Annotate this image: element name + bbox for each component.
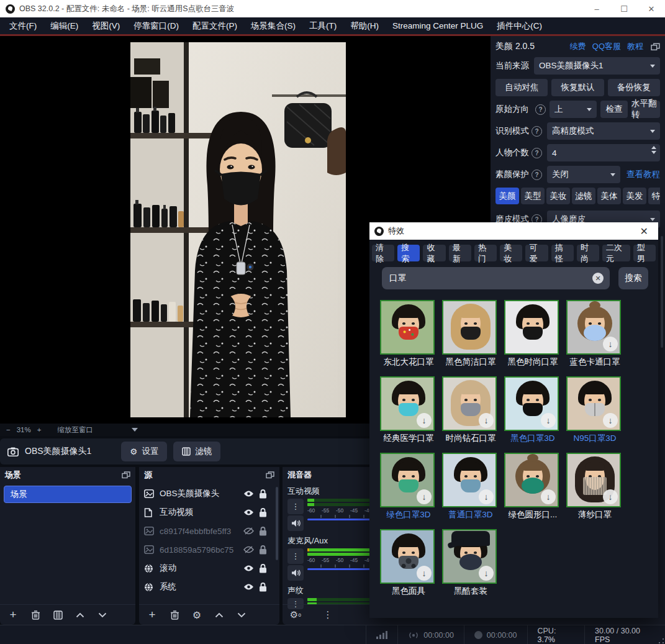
effects-search-input[interactable]: 口罩 ✕ xyxy=(382,267,610,289)
source-down-button[interactable] xyxy=(236,609,247,620)
effect-item[interactable]: 东北大花口罩 xyxy=(380,300,437,368)
maximize-button[interactable]: ☐ xyxy=(610,0,638,17)
menu-item[interactable]: 停靠窗口(D) xyxy=(127,17,186,34)
beauty-scrollbar[interactable] xyxy=(661,236,663,348)
view-tutorial-link[interactable]: 查看教程 xyxy=(627,169,660,180)
mixer-menu-button[interactable]: ⋮ xyxy=(322,609,333,620)
beauty-tab-美型[interactable]: 美型 xyxy=(521,188,545,204)
visibility-eye-icon[interactable] xyxy=(243,565,254,572)
person-count-stepper[interactable]: 4 xyxy=(547,144,660,161)
source-up-button[interactable] xyxy=(214,609,225,620)
clear-search-icon[interactable]: ✕ xyxy=(592,273,604,284)
effects-tab-时尚[interactable]: 时尚 xyxy=(577,245,599,261)
lock-icon[interactable] xyxy=(259,489,269,499)
renew-link[interactable]: 续费 xyxy=(570,41,586,52)
effect-item[interactable]: ↓黑色面具 xyxy=(380,529,437,597)
effects-tab-型男[interactable]: 型男 xyxy=(633,245,656,261)
add-source-button[interactable]: + xyxy=(147,609,158,620)
advanced-audio-button[interactable]: ⚙o xyxy=(290,609,301,620)
help-icon[interactable]: ? xyxy=(535,104,546,115)
effects-search-button[interactable]: 搜索 xyxy=(618,267,648,289)
source-row[interactable]: 滚动 xyxy=(139,559,274,578)
source-row[interactable]: c8917f4ebbfbfe5ff3 xyxy=(139,522,274,540)
beauty-tab-美妆[interactable]: 美妆 xyxy=(546,188,570,204)
scene-up-button[interactable] xyxy=(75,609,86,620)
effect-item[interactable]: ↓黑色口罩3D xyxy=(504,376,561,444)
close-button[interactable]: ✕ xyxy=(638,0,665,17)
visibility-eye-off-icon[interactable] xyxy=(243,546,254,553)
autofocus-button[interactable]: 自动对焦 xyxy=(495,79,548,96)
effect-item[interactable]: ↓N95口罩3D xyxy=(566,376,623,444)
lock-icon[interactable] xyxy=(259,508,269,517)
menu-item[interactable]: 插件中心(C) xyxy=(490,17,549,34)
source-properties-button[interactable]: ⚙ xyxy=(191,609,202,620)
menu-item[interactable]: 文件(F) xyxy=(2,17,43,34)
help-icon[interactable]: ? xyxy=(532,170,542,180)
scene-filters-button[interactable] xyxy=(52,609,63,620)
zoom-out-button[interactable]: − xyxy=(6,426,11,433)
effect-item[interactable]: ↓经典医学口罩 xyxy=(380,376,437,444)
zoom-in-button[interactable]: + xyxy=(37,426,42,433)
effects-tab-二次元[interactable]: 二次元 xyxy=(602,245,630,261)
menu-item[interactable]: 视图(V) xyxy=(85,17,127,34)
download-icon[interactable]: ↓ xyxy=(479,489,494,504)
menu-item[interactable]: 工具(T) xyxy=(302,17,343,34)
camera-settings-button[interactable]: ⚙ 设置 xyxy=(121,442,167,461)
popout-icon[interactable] xyxy=(651,43,660,51)
download-icon[interactable]: ↓ xyxy=(479,413,494,428)
bareface-protect-select[interactable]: 关闭 xyxy=(547,166,620,183)
menu-item[interactable]: 帮助(H) xyxy=(343,17,386,34)
lock-icon[interactable] xyxy=(259,564,269,573)
source-row[interactable]: 系统 xyxy=(139,578,274,596)
current-source-select[interactable]: OBS美颜摄像头1 xyxy=(534,57,660,75)
lock-icon[interactable] xyxy=(259,583,269,592)
visibility-eye-icon[interactable] xyxy=(243,583,254,591)
lock-icon[interactable] xyxy=(259,527,269,536)
download-icon[interactable]: ↓ xyxy=(479,566,494,581)
download-icon[interactable]: ↓ xyxy=(417,413,432,428)
tutorial-link[interactable]: 教程 xyxy=(627,41,643,52)
qq-support-link[interactable]: QQ客服 xyxy=(592,41,621,52)
zoom-fit-select[interactable]: 缩放至窗口 xyxy=(57,425,93,435)
help-icon[interactable]: ? xyxy=(532,148,542,158)
beauty-tab-美体[interactable]: 美体 xyxy=(597,188,621,204)
effect-item[interactable]: ↓普通口罩3D xyxy=(442,453,499,520)
source-row[interactable]: OBS美颜摄像头 xyxy=(139,484,274,503)
effects-tab-最新[interactable]: 最新 xyxy=(449,245,471,261)
sources-scrollbar[interactable] xyxy=(276,487,278,560)
effect-item[interactable]: ↓绿色口罩3D xyxy=(380,453,437,520)
visibility-eye-icon[interactable] xyxy=(243,509,254,516)
download-icon[interactable]: ↓ xyxy=(541,489,556,504)
effect-item[interactable]: 黑色简洁口罩 xyxy=(442,300,499,368)
source-row[interactable]: 6d18859a5796bc75 xyxy=(139,540,274,559)
source-row[interactable]: 互动视频 xyxy=(139,503,274,522)
download-icon[interactable]: ↓ xyxy=(603,489,618,504)
dialog-close-button[interactable]: ✕ xyxy=(635,225,653,237)
beauty-tab-滤镜[interactable]: 滤镜 xyxy=(572,188,595,204)
lock-icon[interactable] xyxy=(259,545,269,555)
scene-down-button[interactable] xyxy=(97,609,108,620)
effects-tab-搜索[interactable]: 搜索 xyxy=(397,245,420,261)
download-icon[interactable]: ↓ xyxy=(603,337,618,351)
effect-item[interactable]: 黑色时尚口罩 xyxy=(504,300,561,368)
backup-restore-button[interactable]: 备份恢复 xyxy=(608,79,660,96)
channel-menu-button[interactable]: ⋮ xyxy=(287,548,304,564)
download-icon[interactable]: ↓ xyxy=(417,489,432,504)
effects-tab-搞怪[interactable]: 搞怪 xyxy=(551,245,574,261)
resize-grip[interactable] xyxy=(659,638,664,643)
menu-item[interactable]: 配置文件(P) xyxy=(186,17,244,34)
visibility-eye-icon[interactable] xyxy=(243,490,254,497)
beauty-tab-美发[interactable]: 美发 xyxy=(623,188,646,204)
effects-tab-清除[interactable]: 清除 xyxy=(372,245,394,261)
minimize-button[interactable]: – xyxy=(583,0,610,17)
orientation-select[interactable]: 上 xyxy=(550,101,597,118)
restore-default-button[interactable]: 恢复默认 xyxy=(551,79,604,96)
scene-item-selected[interactable]: 场景 xyxy=(4,486,132,503)
menu-item[interactable]: 编辑(E) xyxy=(43,17,85,34)
effect-item[interactable]: ↓黑酷套装 xyxy=(442,529,499,597)
effects-tab-热门[interactable]: 热门 xyxy=(474,245,497,261)
effects-tab-美妆[interactable]: 美妆 xyxy=(500,245,522,261)
menu-item[interactable]: Streaming Center PLUG xyxy=(386,17,490,34)
download-icon[interactable]: ↓ xyxy=(417,566,432,581)
menu-item[interactable]: 场景集合(S) xyxy=(244,17,302,34)
